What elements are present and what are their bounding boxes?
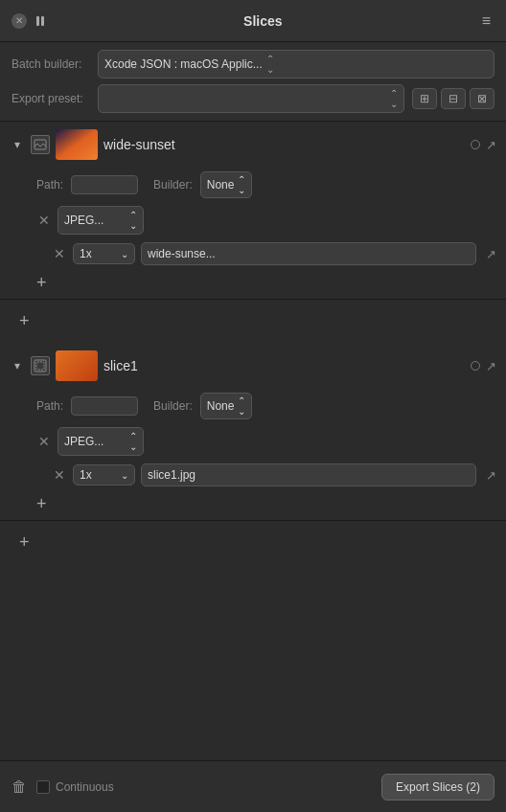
trash-button[interactable]: 🗑: [12, 778, 27, 796]
format-row-slice1: ✕ JPEG... ⌃⌄: [0, 423, 506, 460]
slice-header-slice1: ▾ slice1 ↗: [0, 343, 506, 389]
external-link-button-wide-sunset[interactable]: ↗: [486, 138, 496, 152]
builder-select-wide-sunset[interactable]: None ⌃⌄: [200, 171, 253, 198]
export-preset-select[interactable]: ⌃⌄: [98, 84, 404, 113]
builder-value-wide-sunset: None: [207, 178, 235, 192]
continuous-toggle: Continuous: [36, 780, 372, 794]
pause-button[interactable]: [33, 14, 48, 28]
add-slice-button-1[interactable]: +: [10, 304, 39, 339]
menu-button[interactable]: ≡: [478, 11, 494, 32]
header-controls: ✕: [12, 13, 48, 29]
slice-icon-wide-sunset: [31, 135, 50, 154]
paste-icon: ⊟: [448, 92, 458, 105]
batch-builder-label: Batch builder:: [12, 57, 98, 71]
batch-builder-value: Xcode JSON : macOS Applic...: [104, 57, 263, 71]
export-preset-row: Export preset: ⌃⌄ ⊞ ⊟ ⊠: [12, 84, 494, 113]
scale-value-slice1: 1x: [80, 468, 92, 482]
scale-arrow-icon: ⌄: [121, 249, 128, 259]
batch-builder-arrow-icon: ⌃⌄: [266, 54, 274, 75]
scale-row-slice1: ✕ 1x ⌄ ↗: [0, 460, 506, 490]
preset-icon-btn-1[interactable]: ⊞: [412, 88, 437, 109]
add-scale-button-wide-sunset[interactable]: +: [0, 269, 57, 299]
format-row-wide-sunset: ✕ JPEG... ⌃⌄: [0, 202, 506, 238]
format-value-wide-sunset: JPEG...: [64, 214, 104, 227]
export-slices-button[interactable]: Export Slices (2): [381, 774, 494, 801]
builder-value-slice1: None: [207, 399, 235, 413]
filename-external-link-button-slice1[interactable]: ↗: [486, 468, 496, 483]
slice-type-icon: [34, 359, 47, 372]
scale-value-wide-sunset: 1x: [80, 247, 92, 260]
external-link-icon: ↗: [486, 138, 496, 152]
format-select-wide-sunset[interactable]: JPEG... ⌃⌄: [58, 206, 144, 235]
header: ✕ Slices ≡: [0, 0, 506, 42]
path-label-slice1: Path:: [36, 399, 63, 413]
add-slice-area-2: +: [0, 521, 506, 564]
external-link-button-slice1[interactable]: ↗: [486, 359, 496, 373]
preset-toolbar-icons: ⊞ ⊟ ⊠: [412, 88, 494, 109]
menu-icon: ≡: [482, 12, 491, 29]
filename-input-slice1[interactable]: [141, 463, 476, 486]
filename-external-link-button-wide-sunset[interactable]: ↗: [486, 247, 496, 261]
batch-builder-row: Batch builder: Xcode JSON : macOS Applic…: [12, 50, 494, 79]
scale-arrow-icon-slice1: ⌄: [121, 470, 128, 481]
slice-section-wide-sunset: ▾ wide-sunset ↗ Path: Builder: None ⌃⌄: [0, 122, 506, 300]
bottom-bar: 🗑 Continuous Export Slices (2): [0, 760, 506, 812]
close-button[interactable]: ✕: [12, 13, 27, 29]
continuous-checkbox[interactable]: [36, 780, 50, 794]
filename-input-wide-sunset[interactable]: [141, 242, 476, 265]
status-dot-wide-sunset: [471, 140, 480, 149]
slice-name-wide-sunset: wide-sunset: [104, 137, 465, 152]
scale-row-wide-sunset: ✕ 1x ⌄ ↗: [0, 238, 506, 269]
slice-icon-slice1: [31, 356, 50, 375]
clear-icon: ⊠: [477, 92, 487, 105]
preset-icon-btn-3[interactable]: ⊠: [470, 88, 494, 109]
remove-format-button-slice1[interactable]: ✕: [36, 434, 52, 449]
slice-thumbnail-wide-sunset: [56, 129, 98, 160]
add-scale-button-slice1[interactable]: +: [0, 490, 57, 520]
builder-label-wide-sunset: Builder:: [153, 178, 193, 192]
builder-select-slice1[interactable]: None ⌃⌄: [200, 393, 253, 419]
close-icon: ✕: [15, 15, 23, 26]
scale-select-wide-sunset[interactable]: 1x ⌄: [73, 243, 135, 264]
builder-arrow-icon-slice1: ⌃⌄: [238, 395, 245, 417]
slice-path-row-slice1: Path: Builder: None ⌃⌄: [0, 389, 506, 423]
batch-builder-select[interactable]: Xcode JSON : macOS Applic... ⌃⌄: [98, 50, 494, 79]
builder-arrow-icon: ⌃⌄: [238, 174, 245, 195]
remove-format-button-wide-sunset[interactable]: ✕: [36, 213, 52, 228]
toolbar: Batch builder: Xcode JSON : macOS Applic…: [0, 42, 506, 122]
panel-title: Slices: [48, 13, 478, 29]
path-input-slice1[interactable]: [71, 396, 138, 416]
status-dot-slice1: [471, 361, 480, 371]
path-label-wide-sunset: Path:: [36, 178, 63, 192]
add-slice-button-2[interactable]: +: [10, 525, 39, 560]
svg-rect-2: [36, 362, 44, 370]
path-input-wide-sunset[interactable]: [71, 175, 138, 194]
trash-icon: 🗑: [12, 778, 27, 795]
preset-icon-btn-2[interactable]: ⊟: [441, 88, 466, 109]
builder-label-slice1: Builder:: [153, 399, 193, 413]
slice-name-slice1: slice1: [104, 358, 465, 373]
add-slice-area-1: +: [0, 300, 506, 343]
format-arrow-icon: ⌃⌄: [129, 210, 137, 231]
remove-scale-button-wide-sunset[interactable]: ✕: [52, 246, 67, 261]
remove-scale-button-slice1[interactable]: ✕: [52, 467, 67, 483]
chevron-down-button-wide-sunset[interactable]: ▾: [10, 138, 25, 151]
export-preset-label: Export preset:: [12, 92, 98, 105]
copy-icon: ⊞: [420, 92, 429, 105]
slice-path-row-wide-sunset: Path: Builder: None ⌃⌄: [0, 168, 506, 202]
external-link-icon-slice1: ↗: [486, 359, 496, 373]
slice-section-slice1: ▾ slice1 ↗ Path: Builder: None ⌃⌄: [0, 343, 506, 521]
slice-header-wide-sunset: ▾ wide-sunset ↗: [0, 122, 506, 168]
pause-icon: [36, 16, 44, 26]
export-preset-arrow-icon: ⌃⌄: [390, 88, 398, 109]
format-select-slice1[interactable]: JPEG... ⌃⌄: [58, 427, 144, 456]
format-value-slice1: JPEG...: [64, 435, 104, 448]
continuous-label: Continuous: [56, 780, 114, 794]
chevron-down-button-slice1[interactable]: ▾: [10, 359, 25, 372]
slice-thumbnail-slice1: [56, 350, 98, 381]
format-arrow-icon-slice1: ⌃⌄: [129, 431, 137, 452]
scale-select-slice1[interactable]: 1x ⌄: [73, 464, 135, 485]
image-icon: [34, 139, 47, 150]
slices-container: ▾ wide-sunset ↗ Path: Builder: None ⌃⌄: [0, 122, 506, 780]
